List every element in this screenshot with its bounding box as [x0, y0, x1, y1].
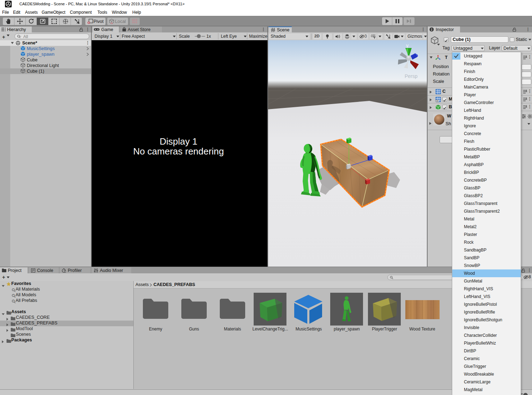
svg-text:y: y	[406, 43, 409, 48]
svg-text:Persp: Persp	[405, 73, 418, 79]
